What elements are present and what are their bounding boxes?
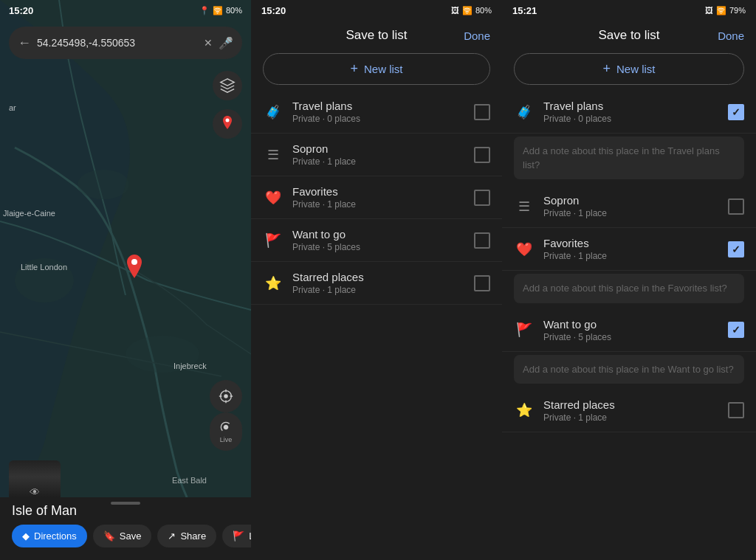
status-time-left: 15:20 bbox=[9, 5, 33, 16]
list-item[interactable]: ❤️ Favorites Private · 1 place ✓ bbox=[502, 228, 756, 271]
r-travel-plans-meta: Private · 0 places bbox=[543, 114, 719, 124]
save-button[interactable]: 🔖 Save bbox=[93, 525, 152, 547]
r-want-to-go-checkbox[interactable]: ✓ bbox=[728, 322, 744, 338]
list-item[interactable]: 🧳 Travel plans Private · 0 places bbox=[251, 91, 502, 134]
r-favorites-icon: ❤️ bbox=[514, 239, 535, 260]
r-favorites-checkbox[interactable]: ✓ bbox=[728, 241, 744, 257]
sopron-info: Sopron Private · 1 place bbox=[292, 142, 465, 167]
place-thumbnail[interactable]: 👁 bbox=[9, 460, 61, 501]
status-bar-left: 15:20 📍 🛜 80% bbox=[0, 0, 251, 21]
want-to-go-note-text: Add a note about this place in the Want … bbox=[523, 364, 734, 375]
favorites-note-box[interactable]: Add a note about this place in the Favor… bbox=[514, 274, 744, 303]
list-item[interactable]: 🚩 Want to go Private · 5 places bbox=[251, 219, 502, 262]
list-item[interactable]: ⭐ Starred places Private · 1 place bbox=[251, 262, 502, 305]
travel-plans-checkbox[interactable] bbox=[474, 104, 490, 120]
middle-done-button[interactable]: Done bbox=[464, 30, 490, 42]
middle-panel-header: Save to list Done bbox=[251, 21, 502, 50]
map-pin-button[interactable] bbox=[213, 109, 242, 139]
favorites-meta: Private · 1 place bbox=[292, 199, 465, 210]
right-save-to-list-panel: 15:21 🖼 🛜 79% Save to list Done + New li… bbox=[502, 0, 756, 560]
status-bar-middle: 15:20 🖼 🛜 80% bbox=[251, 0, 502, 21]
map-label-injebreck: Injebreck bbox=[173, 362, 207, 370]
r-sopron-meta: Private · 1 place bbox=[543, 208, 719, 218]
clear-search-icon[interactable]: ✕ bbox=[204, 37, 213, 49]
directions-button[interactable]: ◆ Directions bbox=[12, 525, 87, 547]
travel-plans-note-box[interactable]: Add a note about this place in the Trave… bbox=[514, 136, 744, 179]
right-new-list-plus-icon: + bbox=[602, 61, 611, 77]
label-button[interactable]: 🚩 Lab bbox=[222, 525, 251, 547]
r-travel-plans-icon: 🧳 bbox=[514, 102, 535, 122]
map-label-little-london: Little London bbox=[21, 263, 67, 272]
location-status-icon: 📍 bbox=[199, 6, 210, 15]
wifi-middle: 🛜 bbox=[462, 6, 472, 15]
favorites-icon: ❤️ bbox=[263, 187, 284, 208]
directions-label: Directions bbox=[34, 530, 77, 542]
battery-status-left: 80% bbox=[226, 6, 242, 15]
sopron-checkbox[interactable] bbox=[474, 147, 490, 163]
r-travel-plans-info: Travel plans Private · 0 places bbox=[543, 100, 719, 124]
live-button[interactable]: Live bbox=[210, 412, 242, 451]
favorites-checkbox[interactable] bbox=[474, 190, 490, 206]
r-sopron-checkbox[interactable] bbox=[728, 198, 744, 215]
map-label-jlaige: Jlaige-e-Caine bbox=[3, 209, 55, 218]
map-label-ar: ar bbox=[9, 103, 16, 112]
sopron-name: Sopron bbox=[292, 142, 465, 155]
r-favorites-name: Favorites bbox=[543, 237, 719, 249]
travel-plans-info: Travel plans Private · 0 places bbox=[292, 100, 465, 124]
starred-places-info: Starred places Private · 1 place bbox=[292, 271, 465, 295]
list-item[interactable]: ☰ Sopron Private · 1 place bbox=[502, 185, 756, 228]
middle-new-list-button[interactable]: + New list bbox=[263, 53, 490, 85]
place-name: Isle of Man bbox=[12, 503, 239, 519]
right-done-button[interactable]: Done bbox=[718, 30, 744, 42]
want-to-go-name: Want to go bbox=[292, 228, 465, 241]
checkmark-icon: ✓ bbox=[732, 324, 740, 336]
favorites-note-text: Add a note about this place in the Favor… bbox=[523, 283, 727, 294]
want-to-go-icon: 🚩 bbox=[263, 230, 284, 251]
favorites-name: Favorites bbox=[292, 185, 465, 198]
save-icon: 🔖 bbox=[103, 530, 115, 542]
r-favorites-meta: Private · 1 place bbox=[543, 251, 719, 261]
status-time-middle: 15:20 bbox=[261, 5, 286, 16]
list-item[interactable]: ☰ Sopron Private · 1 place bbox=[251, 134, 502, 176]
bottom-info-panel: Isle of Man ◆ Directions 🔖 Save ↗ Share … bbox=[0, 497, 251, 560]
location-marker bbox=[124, 255, 145, 284]
back-icon[interactable]: ← bbox=[18, 35, 31, 51]
travel-plans-name: Travel plans bbox=[292, 100, 465, 112]
photo-icon-middle: 🖼 bbox=[451, 6, 459, 15]
list-item[interactable]: ⭐ Starred places Private · 1 place bbox=[502, 390, 756, 432]
search-bar[interactable]: ← 54.245498,-4.550653 ✕ 🎤 bbox=[9, 27, 242, 59]
r-favorites-info: Favorites Private · 1 place bbox=[543, 237, 719, 261]
r-travel-plans-checkbox[interactable]: ✓ bbox=[728, 104, 744, 120]
right-new-list-label: New list bbox=[616, 63, 656, 75]
r-want-to-go-name: Want to go bbox=[543, 318, 719, 331]
want-to-go-meta: Private · 5 places bbox=[292, 242, 465, 252]
starred-places-checkbox[interactable] bbox=[474, 275, 490, 291]
directions-icon: ◆ bbox=[22, 530, 30, 542]
travel-plans-note-text: Add a note about this place in the Trave… bbox=[523, 145, 720, 170]
share-button[interactable]: ↗ Share bbox=[157, 525, 216, 547]
checkmark-icon: ✓ bbox=[732, 243, 740, 255]
list-item[interactable]: 🧳 Travel plans Private · 0 places ✓ bbox=[502, 91, 756, 134]
r-want-to-go-meta: Private · 5 places bbox=[543, 332, 719, 342]
current-location-button[interactable] bbox=[210, 380, 242, 412]
want-to-go-note-box[interactable]: Add a note about this place in the Want … bbox=[514, 355, 744, 384]
right-list-items: 🧳 Travel plans Private · 0 places ✓ Add … bbox=[502, 91, 756, 560]
mic-icon[interactable]: 🎤 bbox=[219, 36, 233, 50]
r-sopron-info: Sopron Private · 1 place bbox=[543, 194, 719, 218]
map-layers-button[interactable] bbox=[213, 71, 242, 100]
new-list-label: New list bbox=[364, 63, 403, 75]
status-icons-right: 🖼 🛜 79% bbox=[705, 6, 746, 15]
r-starred-meta: Private · 1 place bbox=[543, 412, 719, 423]
list-item[interactable]: 🚩 Want to go Private · 5 places ✓ bbox=[502, 309, 756, 352]
svg-point-4 bbox=[226, 119, 230, 122]
list-item[interactable]: ❤️ Favorites Private · 1 place bbox=[251, 176, 502, 219]
svg-point-5 bbox=[131, 259, 137, 265]
starred-places-meta: Private · 1 place bbox=[292, 285, 465, 295]
live-label: Live bbox=[220, 436, 233, 443]
battery-middle: 80% bbox=[475, 6, 492, 15]
new-list-plus-icon: + bbox=[350, 61, 358, 77]
status-time-right: 15:21 bbox=[512, 5, 537, 16]
want-to-go-checkbox[interactable] bbox=[474, 232, 490, 249]
r-starred-checkbox[interactable] bbox=[728, 402, 744, 418]
right-new-list-button[interactable]: + New list bbox=[514, 53, 744, 85]
